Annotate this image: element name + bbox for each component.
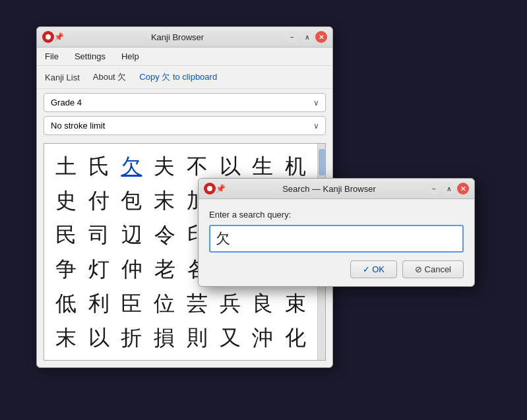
kanji-char[interactable]: 又 [215, 322, 245, 353]
grade-dropdown[interactable]: Grade 1 Grade 2 Grade 3 Grade 4 Grade 5 … [44, 93, 326, 112]
grade-dropdown-wrapper: Grade 1 Grade 2 Grade 3 Grade 4 Grade 5 … [44, 93, 326, 112]
dialog-app-icon [204, 183, 216, 195]
toolbar-about[interactable]: About 欠 [90, 70, 129, 84]
dialog-pin-icon[interactable]: 📌 [216, 184, 225, 193]
ok-button[interactable]: ✓ OK [350, 260, 397, 278]
kanji-char[interactable]: 臣 [117, 287, 147, 319]
kanji-char[interactable]: 民 [51, 219, 81, 251]
search-dialog: 📌 Search — Kanji Browser − ∧ ✕ Enter a s… [198, 178, 475, 287]
kanji-char[interactable]: 良 [248, 287, 278, 319]
stroke-dropdown-wrapper: No stroke limit 1 stroke 2 strokes 3 str… [44, 116, 326, 135]
main-title-bar: 📌 Kanji Browser − ∧ ✕ [37, 27, 332, 47]
dialog-minimize-button[interactable]: − [428, 183, 440, 195]
kanji-char[interactable]: 史 [51, 185, 81, 216]
kanji-char[interactable]: 氏 [84, 150, 114, 182]
dialog-title: Search — Kanji Browser [230, 184, 428, 194]
kanji-char[interactable]: 司 [84, 219, 114, 251]
main-window-title: Kanji Browser [69, 32, 286, 42]
kanji-char[interactable]: 末 [51, 322, 81, 353]
kanji-char[interactable]: 芸 [182, 287, 212, 319]
kanji-char[interactable]: 机 [280, 150, 311, 182]
dialog-window-controls: − ∧ ✕ [428, 183, 469, 195]
dialog-body: Enter a search query: ✓ OK ⊘ Cancel [199, 199, 474, 286]
kanji-char[interactable]: 夫 [149, 150, 179, 182]
kanji-char[interactable]: 末 [149, 185, 179, 216]
pin-icon[interactable]: 📌 [54, 32, 63, 42]
close-button[interactable]: ✕ [315, 31, 327, 43]
toolbar-copy-clipboard[interactable]: Copy 欠 to clipboard [137, 70, 220, 84]
toolbar: Kanji List About 欠 Copy 欠 to clipboard [37, 66, 332, 89]
dialog-close-button[interactable]: ✕ [457, 183, 469, 195]
kanji-char[interactable]: 仲 [117, 253, 147, 285]
kanji-char[interactable]: 沖 [248, 322, 278, 353]
grade-dropdown-row: Grade 1 Grade 2 Grade 3 Grade 4 Grade 5 … [37, 89, 332, 143]
kanji-row-6: 末 以 折 損 則 又 沖 化 [47, 320, 315, 355]
menu-file[interactable]: File [42, 50, 61, 63]
kanji-char[interactable]: 生 [248, 150, 278, 182]
kanji-char[interactable]: 利 [84, 287, 114, 319]
kanji-char[interactable]: 位 [149, 287, 179, 319]
menu-bar: File Settings Help [37, 47, 332, 66]
kanji-char[interactable]: 辺 [117, 219, 147, 251]
kanji-char[interactable]: 付 [84, 185, 114, 216]
dialog-maximize-button[interactable]: ∧ [443, 183, 454, 195]
kanji-char[interactable]: 折 [117, 322, 147, 353]
kanji-char[interactable]: 化 [280, 322, 311, 353]
kanji-char-highlighted[interactable]: 欠 [117, 150, 147, 182]
app-icon [42, 31, 54, 43]
maximize-button[interactable]: ∧ [301, 31, 313, 43]
cancel-button[interactable]: ⊘ Cancel [402, 260, 464, 278]
main-window-controls: − ∧ ✕ [286, 31, 327, 43]
kanji-char[interactable]: 包 [117, 185, 147, 216]
menu-settings[interactable]: Settings [72, 50, 108, 63]
kanji-row-5: 低 利 臣 位 芸 兵 良 束 [47, 286, 315, 320]
kanji-char[interactable]: 以 [84, 322, 114, 353]
kanji-char[interactable]: 以 [215, 150, 245, 182]
minimize-button[interactable]: − [286, 31, 298, 43]
kanji-char[interactable]: 損 [149, 322, 179, 353]
kanji-char[interactable]: 土 [51, 150, 81, 182]
kanji-char[interactable]: 老 [150, 253, 180, 285]
menu-help[interactable]: Help [119, 50, 142, 63]
kanji-char[interactable]: 不 [182, 150, 212, 182]
scrollbar-thumb[interactable] [319, 149, 325, 175]
stroke-dropdown[interactable]: No stroke limit 1 stroke 2 strokes 3 str… [44, 116, 326, 135]
kanji-char[interactable]: 束 [280, 287, 311, 319]
dialog-buttons: ✓ OK ⊘ Cancel [209, 260, 464, 278]
kanji-char[interactable]: 兵 [215, 287, 245, 319]
search-input[interactable] [209, 225, 464, 253]
dialog-prompt-label: Enter a search query: [209, 210, 464, 220]
dialog-title-bar: 📌 Search — Kanji Browser − ∧ ✕ [199, 179, 474, 199]
kanji-char[interactable]: 則 [182, 322, 212, 353]
kanji-char[interactable]: 低 [51, 287, 81, 319]
toolbar-kanji-list[interactable]: Kanji List [42, 71, 82, 84]
kanji-char[interactable]: 灯 [84, 253, 114, 285]
kanji-char[interactable]: 令 [150, 219, 180, 251]
kanji-char[interactable]: 争 [51, 253, 81, 285]
